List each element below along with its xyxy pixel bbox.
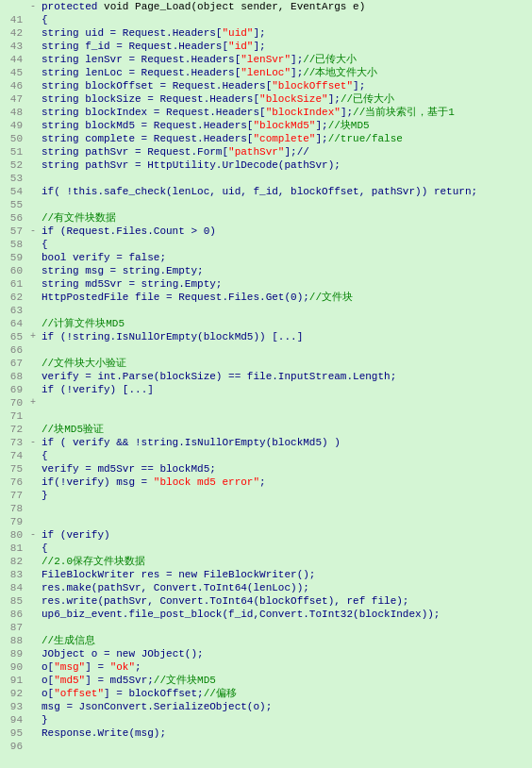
fold-button[interactable]: + — [26, 330, 40, 343]
line-number: 50 — [0, 132, 26, 145]
code-text: string uid = Request.Headers["uid"]; — [40, 26, 266, 40]
line-number: 58 — [0, 238, 26, 251]
line-number: 61 — [0, 277, 26, 291]
fold-button[interactable]: - — [26, 528, 40, 542]
code-text: if( !this.safe_check(lenLoc, uid, f_id, … — [40, 185, 477, 198]
code-line: 43 string f_id = Request.Headers["id"]; — [0, 40, 532, 53]
protected-keyword: protected — [42, 1, 97, 12]
line-number: 62 — [0, 291, 26, 304]
code-text: if (Request.Files.Count > 0) — [40, 225, 216, 238]
code-line: 92 o["offset"] = blockOffset;//偏移 — [0, 687, 532, 700]
code-line: 96 — [0, 740, 532, 753]
code-line: 44 string lenSvr = Request.Headers["lenS… — [0, 53, 532, 66]
line-number: 44 — [0, 53, 26, 66]
code-text: protected void Page_Load(object sender, … — [40, 0, 365, 13]
code-line: 51 string pathSvr = Request.Form["pathSv… — [0, 145, 532, 159]
code-editor: - protected void Page_Load(object sender… — [0, 0, 532, 753]
line-number: 89 — [0, 647, 26, 660]
line-number: 68 — [0, 370, 26, 383]
code-text: o["msg"] = "ok"; — [40, 660, 141, 674]
code-line: 60 string msg = string.Empty; — [0, 264, 532, 277]
code-line: 47 string blockSize = Request.Headers["b… — [0, 92, 532, 106]
line-number: 91 — [0, 674, 26, 687]
code-text: //有文件块数据 — [40, 211, 116, 225]
line-number: 82 — [0, 555, 26, 568]
line-number: 95 — [0, 726, 26, 740]
line-number: 56 — [0, 211, 26, 225]
code-text: up6_biz_event.file_post_block(f_id,Conve… — [40, 608, 440, 621]
code-text: { — [40, 13, 48, 26]
code-text: Response.Write(msg); — [40, 726, 166, 740]
line-number: 72 — [0, 423, 26, 436]
code-text: string blockMd5 = Request.Headers["block… — [40, 119, 370, 132]
code-text: } — [40, 489, 48, 502]
code-line: 93 msg = JsonConvert.SerializeObject(o); — [0, 700, 532, 713]
code-text: JObject o = new JObject(); — [40, 647, 204, 660]
line-number: 84 — [0, 581, 26, 594]
code-line: 49 string blockMd5 = Request.Headers["bl… — [0, 119, 532, 132]
code-line: 59 bool verify = false; — [0, 251, 532, 264]
fold-button[interactable]: + — [26, 396, 40, 409]
code-line: 87 — [0, 621, 532, 634]
line-number: 52 — [0, 159, 26, 172]
fold-button[interactable]: - — [26, 436, 40, 449]
line-number: 64 — [0, 317, 26, 330]
line-number: 47 — [0, 92, 26, 106]
code-line: 50 string complete = Request.Headers["co… — [0, 132, 532, 145]
code-line: 91 o["md5"] = md5Svr;//文件块MD5 — [0, 674, 532, 687]
line-number: 85 — [0, 594, 26, 608]
code-line: 42 string uid = Request.Headers["uid"]; — [0, 26, 532, 40]
code-line: 76 if(!verify) msg = "block md5 error"; — [0, 476, 532, 489]
code-line: 88 //生成信息 — [0, 634, 532, 647]
code-line: 48 string blockIndex = Request.Headers["… — [0, 106, 532, 119]
code-line: 85 res.write(pathSvr, Convert.ToInt64(bl… — [0, 594, 532, 608]
fold-button[interactable]: - — [26, 225, 40, 238]
code-text: if (!verify) [...] — [40, 383, 154, 396]
line-number: 71 — [0, 409, 26, 423]
code-text: verify = int.Parse(blockSize) == file.In… — [40, 370, 396, 383]
code-line: 73 - if ( verify && !string.IsNullOrEmpt… — [0, 436, 532, 449]
code-line: 81 { — [0, 542, 532, 555]
code-text: verify = md5Svr == blockMd5; — [40, 462, 216, 476]
code-line: 69 if (!verify) [...] — [0, 383, 532, 396]
code-line: 94 } — [0, 713, 532, 726]
fold-button[interactable]: - — [26, 0, 40, 13]
line-number: 92 — [0, 687, 26, 700]
code-line: 86 up6_biz_event.file_post_block(f_id,Co… — [0, 608, 532, 621]
code-text: string blockOffset = Request.Headers["bl… — [40, 79, 365, 92]
line-number: 77 — [0, 489, 26, 502]
line-number: 74 — [0, 449, 26, 462]
code-text: } — [40, 713, 48, 726]
line-number: 94 — [0, 713, 26, 726]
code-text: //生成信息 — [40, 634, 95, 647]
code-text: FileBlockWriter res = new FileBlockWrite… — [40, 568, 315, 581]
code-line: 63 — [0, 304, 532, 317]
code-line: 77 } — [0, 489, 532, 502]
line-number: 63 — [0, 304, 26, 317]
line-number: 42 — [0, 26, 26, 40]
line-number: 70 — [0, 396, 26, 409]
code-line: 70 + — [0, 396, 532, 409]
code-text: string complete = Request.Headers["compl… — [40, 132, 403, 145]
code-line: 55 — [0, 198, 532, 211]
line-number: 78 — [0, 502, 26, 515]
line-number: 88 — [0, 634, 26, 647]
code-line: 53 — [0, 172, 532, 185]
code-line: 78 — [0, 502, 532, 515]
code-text: string pathSvr = HttpUtility.UrlDecode(p… — [40, 159, 341, 172]
code-text: { — [40, 238, 48, 251]
code-text: { — [40, 449, 48, 462]
code-text: string lenSvr = Request.Headers["lenSvr"… — [40, 53, 357, 66]
code-text: string blockSize = Request.Headers["bloc… — [40, 92, 394, 106]
code-line: 54 if( !this.safe_check(lenLoc, uid, f_i… — [0, 185, 532, 198]
line-number: 59 — [0, 251, 26, 264]
line-number: 93 — [0, 700, 26, 713]
code-line: 56 //有文件块数据 — [0, 211, 532, 225]
code-line-header: - protected void Page_Load(object sender… — [0, 0, 532, 13]
line-number: 76 — [0, 476, 26, 489]
line-number: 48 — [0, 106, 26, 119]
code-line: 57 - if (Request.Files.Count > 0) — [0, 225, 532, 238]
line-number: 54 — [0, 185, 26, 198]
code-text: res.write(pathSvr, Convert.ToInt64(block… — [40, 594, 408, 608]
code-line: 65 + if (!string.IsNullOrEmpty(blockMd5)… — [0, 330, 532, 343]
